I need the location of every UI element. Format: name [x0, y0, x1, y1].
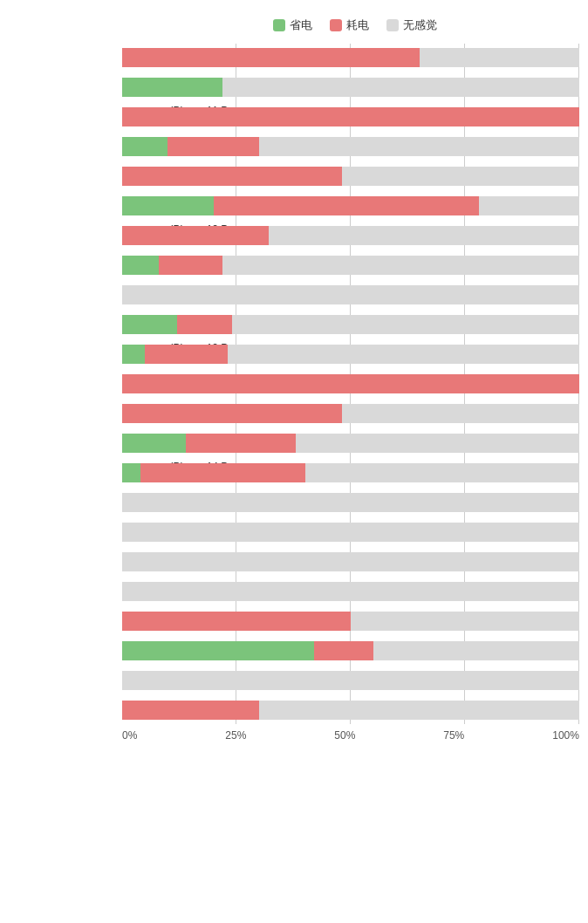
legend-item: 无感觉: [386, 17, 437, 33]
bar-segment-red: [122, 612, 351, 631]
bar-track: [122, 523, 579, 542]
bar-track: [122, 48, 579, 67]
bar-track: [122, 493, 579, 512]
bar-segment-green: [122, 137, 168, 156]
bar-segment-red: [122, 48, 420, 67]
x-axis-label: 50%: [334, 729, 355, 742]
legend-label: 无感觉: [403, 17, 437, 33]
bar-track: [122, 256, 579, 275]
bar-segment-red: [122, 107, 579, 126]
bar-track: [122, 107, 579, 126]
bar-row: iPhone 13 Pro: [122, 311, 579, 338]
x-axis-label: 75%: [443, 729, 464, 742]
bar-row: iPhone 14 Pro Max: [122, 459, 579, 487]
bar-row: iPhone 14: [122, 370, 579, 398]
bar-segment-red: [159, 256, 222, 275]
bar-segment-green: [122, 434, 186, 453]
bar-segment-red: [168, 137, 259, 156]
legend-color: [330, 19, 342, 31]
bar-segment-green: [122, 256, 159, 275]
bar-track: [122, 374, 579, 393]
bar-segment-red: [122, 404, 342, 423]
bar-segment-red: [122, 374, 579, 393]
bar-row: iPhone 13 Pro Max: [122, 340, 579, 368]
bar-row: iPhone XR: [122, 637, 579, 665]
bar-row: iPhone 13: [122, 251, 579, 279]
legend-item: 省电: [273, 17, 312, 33]
bar-row: iPhone 8: [122, 489, 579, 516]
bar-row: iPhone SE 第2代: [122, 548, 579, 576]
bar-segment-red: [145, 345, 227, 364]
bar-track: [122, 78, 579, 97]
legend-color: [273, 19, 285, 31]
bar-segment-green: [122, 196, 214, 215]
bar-track: [122, 137, 579, 156]
chart-area: iPhone 11iPhone 11 ProiPhone 11 Pro Maxi…: [0, 44, 588, 724]
bar-row: iPhone 12 mini: [122, 162, 579, 190]
bar-segment-green: [122, 78, 222, 97]
bar-track: [122, 701, 579, 720]
bar-row: iPhone SE 第3代: [122, 578, 579, 605]
bar-segment-red: [177, 315, 232, 334]
chart-container: 省电耗电无感觉 iPhone 11iPhone 11 ProiPhone 11 …: [0, 9, 588, 768]
legend-label: 省电: [290, 17, 312, 33]
bar-row: iPhone 11: [122, 44, 579, 72]
bar-row: iPhone 13 mini: [122, 281, 579, 309]
bar-segment-red: [140, 463, 305, 482]
x-axis-label: 100%: [552, 729, 579, 742]
bar-segment-red: [214, 196, 479, 215]
bar-track: [122, 552, 579, 571]
bar-row: iPhone 11 Pro: [122, 73, 579, 101]
bar-row: iPhone XS: [122, 667, 579, 694]
bar-segment-red: [122, 167, 342, 186]
bar-row: iPhone 14 Plus: [122, 400, 579, 427]
bar-segment-green: [122, 641, 314, 660]
bar-segment-green: [122, 315, 177, 334]
bar-segment-red: [122, 226, 269, 245]
bar-row: iPhone 12: [122, 133, 579, 161]
legend-color: [386, 19, 399, 31]
bar-segment-red: [122, 701, 259, 720]
x-axis-label: 0%: [122, 729, 137, 742]
bar-row: iPhone 11 Pro Max: [122, 103, 579, 131]
bar-track: [122, 285, 579, 304]
x-axis: 0%25%50%75%100%: [0, 729, 588, 742]
bar-track: [122, 641, 579, 660]
x-axis-label: 25%: [225, 729, 246, 742]
bar-segment-green: [122, 345, 145, 364]
bar-track: [122, 612, 579, 631]
bar-track: [122, 167, 579, 186]
bar-track: [122, 463, 579, 482]
bar-track: [122, 345, 579, 364]
legend-item: 耗电: [330, 17, 369, 33]
bar-row: iPhone X: [122, 607, 579, 635]
bar-track: [122, 671, 579, 690]
bar-track: [122, 226, 579, 245]
legend-label: 耗电: [346, 17, 369, 33]
bar-track: [122, 196, 579, 215]
legend: 省电耗电无感觉: [122, 17, 588, 33]
bar-row: iPhone XS Max: [122, 696, 579, 724]
bar-row: iPhone 14 Pro: [122, 429, 579, 457]
bar-row: iPhone 12 Pro Max: [122, 222, 579, 250]
bar-segment-green: [122, 463, 140, 482]
bar-segment-red: [186, 434, 296, 453]
bar-row: iPhone 8 Plus: [122, 518, 579, 546]
bar-track: [122, 582, 579, 601]
bar-track: [122, 434, 579, 453]
bar-track: [122, 315, 579, 334]
bar-segment-red: [314, 641, 373, 660]
bar-row: iPhone 12 Pro: [122, 192, 579, 220]
bar-track: [122, 404, 579, 423]
